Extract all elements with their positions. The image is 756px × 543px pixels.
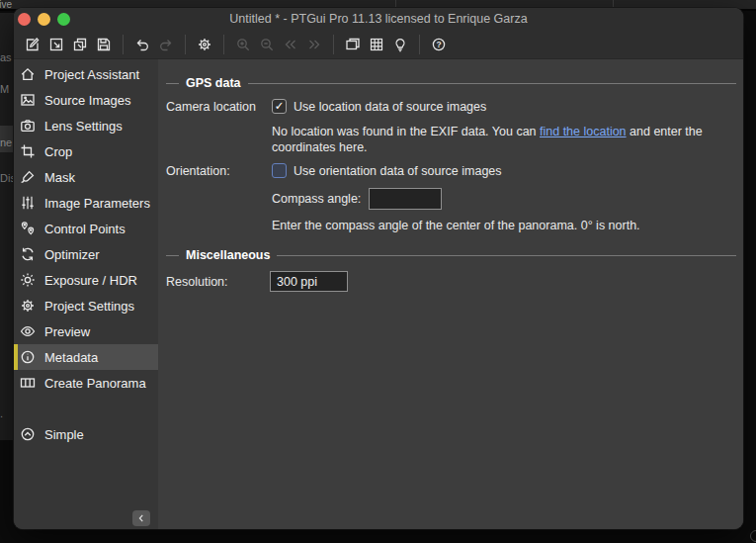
sidebar-item-lens-settings[interactable]: Lens Settings xyxy=(14,113,158,138)
orientation-label: Orientation: xyxy=(166,164,230,178)
detail-viewer-button[interactable] xyxy=(366,34,387,55)
use-orientation-checkbox-label: Use orientation data of source images xyxy=(294,164,502,178)
resolution-input[interactable] xyxy=(270,271,348,292)
crop-icon xyxy=(20,143,36,159)
sidebar-item-label: Control Points xyxy=(44,222,126,236)
compass-angle-label: Compass angle: xyxy=(272,192,361,206)
info-icon xyxy=(20,349,36,365)
background-text-fragment: ne xyxy=(0,136,12,148)
toolbar-separator xyxy=(333,35,334,54)
home-icon xyxy=(20,66,36,82)
compass-angle-input[interactable] xyxy=(369,188,442,210)
light-bulb-icon xyxy=(392,37,408,52)
panorama-editor-button[interactable] xyxy=(342,34,364,55)
floppy-disk-icon xyxy=(96,37,112,52)
question-mark-circle-icon: ? xyxy=(431,37,447,52)
use-orientation-checkbox[interactable]: ✓ xyxy=(272,163,287,178)
pencil-square-icon xyxy=(25,37,41,52)
location-note: No location was found in the EXIF data. … xyxy=(272,125,738,155)
chevron-up-circle-icon xyxy=(20,426,36,442)
background-text-fragment: Dis xyxy=(0,172,14,184)
close-button[interactable] xyxy=(18,13,31,26)
overlapping-windows-icon xyxy=(345,37,361,52)
undo-button[interactable] xyxy=(131,34,153,55)
toolbar-separator xyxy=(223,35,224,54)
sidebar-item-optimizer[interactable]: Optimizer xyxy=(14,241,158,267)
sidebar-item-label: Project Settings xyxy=(44,299,134,314)
settings-button[interactable] xyxy=(194,34,215,55)
sidebar-item-label: Optimizer xyxy=(44,247,100,262)
use-location-row: ✓ Use location data of source images xyxy=(272,99,486,114)
double-chevron-right-icon xyxy=(306,37,322,52)
sidebar-item-project-assistant[interactable]: Project Assistant xyxy=(14,61,158,87)
metadata-panel: GPS data Camera location ✓ Use location … xyxy=(158,59,743,529)
background-text-fragment: as xyxy=(0,51,12,63)
sidebar-item-create-panorama[interactable]: Create Panorama xyxy=(14,370,158,396)
background-window-edge: as M ne Dis . xyxy=(0,13,14,440)
background-text-fragment: rive xyxy=(0,0,12,10)
sidebar-item-exposure-hdr[interactable]: Exposure / HDR xyxy=(14,267,158,293)
save-as-button[interactable] xyxy=(69,34,91,55)
toolbar-separator xyxy=(123,35,124,54)
note-text: No location was found in the EXIF data. … xyxy=(272,125,540,138)
checkmark-icon: ✓ xyxy=(275,101,285,113)
compass-angle-row: Compass angle: xyxy=(272,188,442,210)
find-location-link[interactable]: find the location xyxy=(540,125,627,138)
gear-icon xyxy=(20,298,36,314)
save-button[interactable] xyxy=(93,34,115,55)
toolbar-separator xyxy=(185,35,186,54)
background-window-corner xyxy=(750,530,756,542)
sidebar-item-label: Preview xyxy=(44,324,90,339)
sidebar-item-preview[interactable]: Preview xyxy=(14,318,158,344)
cp-assistant-button[interactable] xyxy=(389,34,411,55)
sidebar-item-label: Source Images xyxy=(44,93,130,108)
previous-image-button[interactable] xyxy=(280,34,301,55)
zoom-in-button[interactable] xyxy=(232,34,254,55)
toolbar: ? xyxy=(14,30,743,59)
new-project-button[interactable] xyxy=(22,34,43,55)
open-project-button[interactable] xyxy=(45,34,67,55)
sidebar-item-source-images[interactable]: Source Images xyxy=(14,87,158,113)
refresh-icon xyxy=(20,246,36,262)
camera-icon xyxy=(20,118,36,134)
eye-icon xyxy=(20,323,36,339)
use-location-checkbox[interactable]: ✓ xyxy=(272,99,287,114)
sidebar-item-crop[interactable]: Crop xyxy=(14,138,158,164)
collapse-sidebar-button[interactable] xyxy=(132,510,150,526)
paintbrush-icon xyxy=(20,169,36,185)
sidebar-item-label: Simple xyxy=(44,427,84,442)
section-title: Miscellaneous xyxy=(186,248,270,262)
double-chevron-left-icon xyxy=(283,37,298,52)
sidebar-item-label: Crop xyxy=(44,144,72,159)
minimize-button[interactable] xyxy=(38,13,50,26)
sidebar-item-simple[interactable]: Simple xyxy=(14,421,158,447)
redo-button[interactable] xyxy=(155,34,177,55)
sidebar-item-label: Mask xyxy=(44,170,75,185)
miscellaneous-section-header: Miscellaneous xyxy=(166,248,736,262)
sun-icon xyxy=(20,272,36,288)
gear-icon xyxy=(197,37,212,52)
sidebar-item-metadata[interactable]: Metadata xyxy=(14,344,158,370)
use-location-checkbox-label: Use location data of source images xyxy=(294,100,486,114)
sliders-icon xyxy=(20,195,36,211)
image-icon xyxy=(20,92,36,108)
zoom-out-button[interactable] xyxy=(256,34,278,55)
sidebar-item-project-settings[interactable]: Project Settings xyxy=(14,293,158,318)
svg-text:?: ? xyxy=(436,40,441,49)
selected-indicator xyxy=(14,344,18,370)
next-image-button[interactable] xyxy=(303,34,325,55)
sidebar-item-mask[interactable]: Mask xyxy=(14,164,158,190)
use-orientation-row: ✓ Use orientation data of source images xyxy=(272,163,502,178)
compass-note: Enter the compass angle of the center of… xyxy=(272,219,738,234)
sidebar-item-label: Image Parameters xyxy=(44,196,150,211)
zoom-out-icon xyxy=(259,37,275,52)
sidebar-item-label: Exposure / HDR xyxy=(44,273,137,288)
title-bar[interactable]: Untitled * - PTGui Pro 11.13 licensed to… xyxy=(14,8,743,30)
help-button[interactable]: ? xyxy=(428,34,450,55)
sidebar-item-label: Project Assistant xyxy=(44,67,139,82)
zoom-window-button[interactable] xyxy=(57,13,70,26)
sidebar-item-image-parameters[interactable]: Image Parameters xyxy=(14,190,158,216)
zoom-in-icon xyxy=(235,37,251,52)
background-text-fragment: . xyxy=(0,407,3,419)
sidebar-item-control-points[interactable]: Control Points xyxy=(14,216,158,241)
